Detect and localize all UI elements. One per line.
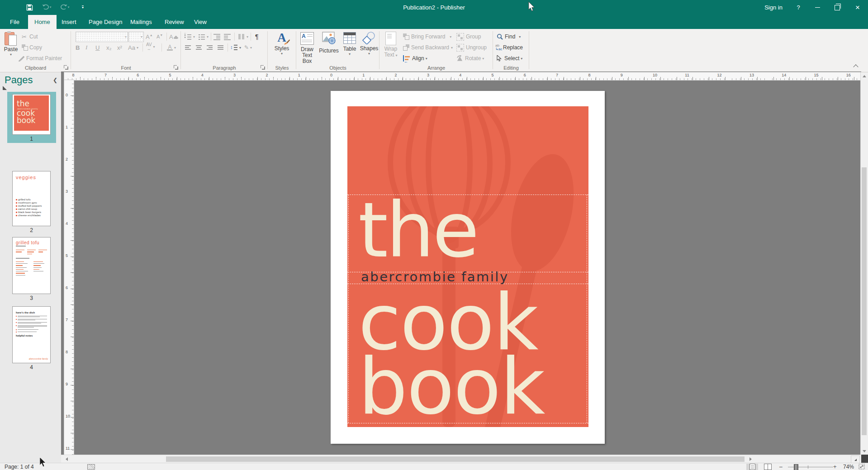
vertical-ruler[interactable]: 01234567891011 (64, 80, 74, 455)
pages-panel-resize-triangle[interactable] (3, 86, 7, 90)
horizontal-scrollbar-thumb[interactable] (166, 456, 745, 462)
format-painter-icon (18, 55, 25, 62)
character-spacing-button[interactable]: AV↔ ▾ (146, 42, 155, 52)
horizontal-ruler[interactable]: 87654321012345678910111213141516 (64, 72, 861, 81)
zoom-in-button[interactable]: + (833, 463, 837, 470)
bold-button[interactable]: B (76, 43, 85, 52)
replace-button[interactable]: ab↳ac Replace (495, 43, 523, 52)
shapes-button[interactable]: Shapes ▾ (360, 30, 379, 63)
styles-button[interactable]: A Styles ▾ (271, 30, 292, 63)
vertical-scrollbar-thumb[interactable] (862, 167, 867, 435)
draw-text-box-button[interactable]: A Draw Text Box (297, 30, 317, 63)
collapse-ribbon-button[interactable] (852, 63, 859, 71)
textbox-boundary-right (587, 195, 587, 423)
rotate-button[interactable]: Rotate▾ (456, 53, 484, 63)
restore-button[interactable] (827, 0, 847, 15)
bring-forward-icon (403, 33, 409, 40)
tab-review[interactable]: Review (158, 15, 190, 29)
send-backward-button[interactable]: Send Backward▾ (403, 43, 453, 52)
underline-button[interactable]: U (95, 43, 105, 52)
cut-button[interactable]: ✂ Cut (22, 32, 38, 42)
font-dialog-launcher[interactable] (173, 65, 178, 70)
zoom-slider-center-tick (808, 465, 808, 469)
tab-page-design[interactable]: Page Design (82, 15, 128, 29)
superscript-button[interactable]: x² (117, 43, 127, 52)
align-center-button[interactable] (195, 43, 203, 52)
vertical-scrollbar[interactable] (860, 72, 868, 455)
publication-page[interactable]: the abercrombie family cook book (331, 91, 605, 444)
single-page-view-button[interactable] (746, 464, 758, 470)
scroll-left-button[interactable] (63, 456, 70, 463)
zoom-slider-thumb[interactable] (794, 464, 798, 470)
page-thumbnail-2[interactable]: veggies grilled tofumushroom gyrostuffed… (12, 171, 51, 226)
font-color-button[interactable]: A ▾ (167, 43, 176, 52)
help-button[interactable]: ? (789, 0, 807, 15)
page-indicator[interactable]: Page: 1 of 4 (5, 464, 34, 470)
grow-font-button[interactable]: A▲ (146, 32, 153, 42)
columns-button[interactable]: ▾ (238, 32, 248, 42)
h-ruler-number: 8 (588, 73, 590, 77)
decrease-indent-button[interactable] (213, 32, 221, 42)
pages-panel-collapse-button[interactable]: ❮ (53, 77, 57, 83)
fit-page-button[interactable] (859, 464, 865, 470)
font-size-dropdown-arrow: ▾ (141, 35, 142, 39)
bullets-button[interactable]: ▾ (185, 32, 195, 42)
scroll-down-button[interactable] (861, 447, 868, 455)
page-thumbnail-1[interactable]: the abercrombie family cook book (12, 94, 51, 135)
object-position-icon[interactable] (87, 464, 95, 470)
font-size-combobox[interactable]: ▾ (128, 32, 144, 42)
increase-indent-button[interactable] (223, 32, 231, 42)
italic-button[interactable]: I (85, 43, 95, 52)
cover-artwork[interactable]: the abercrombie family cook book (347, 106, 588, 427)
tab-view[interactable]: View (188, 15, 213, 29)
show-formatting-marks-button[interactable]: ¶ (255, 32, 259, 42)
subscript-button[interactable]: x₂ (106, 43, 116, 52)
numbering-button[interactable]: ▾ (198, 32, 209, 42)
page-thumbnail-4[interactable]: here's the dish helpful notes abercrombi… (12, 306, 51, 363)
find-button[interactable]: Find▾ (497, 32, 521, 42)
page-thumbnail-3[interactable]: grilled tofu (12, 237, 51, 294)
cover-title-the[interactable]: the (358, 192, 478, 268)
change-case-button[interactable]: Aa▾ (128, 43, 138, 52)
paragraph-dialog-launcher[interactable] (260, 65, 265, 70)
paste-button[interactable]: Paste ▾ (2, 30, 20, 63)
close-button[interactable]: × (847, 0, 868, 15)
wrap-text-arrow: ▾ (396, 53, 398, 57)
tab-insert[interactable]: Insert (55, 15, 83, 29)
two-page-spread-button[interactable] (762, 464, 773, 470)
scroll-right-button[interactable] (747, 456, 754, 463)
align-center-icon (195, 44, 203, 51)
tab-mailings[interactable]: Mailings (124, 15, 158, 29)
group-button[interactable]: Group (456, 32, 481, 42)
wrap-text-button[interactable]: Wrap Text▾ (381, 30, 400, 63)
cover-title-book[interactable]: book (358, 348, 544, 426)
tab-file[interactable]: File (4, 15, 26, 29)
pictures-button[interactable]: Pictures (318, 30, 340, 63)
clipboard-dialog-launcher[interactable] (63, 65, 68, 70)
table-button[interactable]: Table ▾ (341, 30, 359, 63)
scroll-up-button[interactable] (861, 72, 868, 80)
select-button[interactable]: Select▾ (497, 53, 522, 63)
paragraph-shading-button[interactable]: ✎▾ (244, 43, 252, 52)
tab-home[interactable]: Home (28, 15, 57, 29)
format-painter-button[interactable]: Format Painter (18, 53, 62, 63)
styles-icon: A (275, 31, 289, 45)
font-name-combobox[interactable]: ▾ (76, 32, 128, 42)
shrink-font-button[interactable]: A▼ (157, 32, 163, 42)
bring-forward-button[interactable]: Bring Forward▾ (403, 32, 451, 42)
numbering-icon (198, 33, 205, 40)
copy-button[interactable]: Copy (22, 43, 42, 52)
justify-button[interactable] (217, 43, 224, 52)
ungroup-button[interactable]: Ungroup (456, 43, 487, 52)
zoom-out-button[interactable]: − (779, 463, 783, 470)
align-right-button[interactable] (206, 43, 213, 52)
minimize-button[interactable] (807, 0, 827, 15)
align-left-button[interactable] (185, 43, 192, 52)
sign-in-link[interactable]: Sign in (758, 0, 789, 15)
line-spacing-button[interactable]: ▾ (231, 43, 241, 52)
clear-formatting-button[interactable]: A (169, 32, 179, 42)
align-button[interactable]: Align▾ (403, 53, 427, 63)
zoom-percentage[interactable]: 74% (843, 464, 854, 470)
horizontal-scrollbar[interactable] (61, 455, 861, 463)
document-canvas[interactable]: 87654321012345678910111213141516 0123456… (61, 71, 861, 455)
